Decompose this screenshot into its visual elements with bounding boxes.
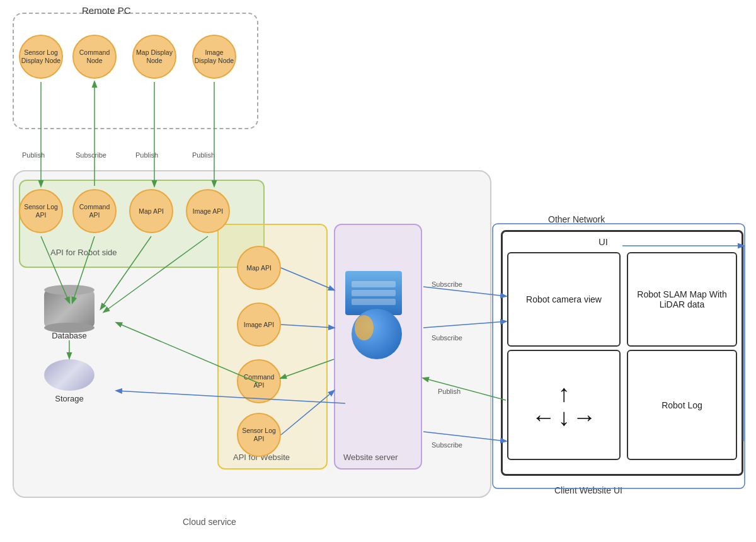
- controls-panel: ↑ ← ↓ →: [507, 350, 621, 460]
- subscribe-sensor-label: Subscribe: [432, 441, 462, 449]
- directional-arrows: ↑ ← ↓ →: [532, 381, 597, 429]
- image-display-node: Image Display Node: [192, 35, 236, 79]
- database-icon: Database: [35, 290, 104, 340]
- map-api-web-node: Map API: [237, 246, 281, 290]
- command-api-web-node: Command API: [237, 359, 281, 403]
- storage-label: Storage: [35, 394, 104, 403]
- log-panel: Robot Log: [627, 350, 737, 460]
- subscribe-label-1: Subscribe: [76, 151, 106, 159]
- publish-label-2: Publish: [135, 151, 158, 159]
- sensor-log-api-node: Sensor Log API: [19, 189, 63, 233]
- camera-panel: Robot camera view: [507, 252, 621, 347]
- publish-label-3: Publish: [192, 151, 215, 159]
- storage-icon: Storage: [35, 359, 104, 403]
- api-robot-label: API for Robot side: [50, 248, 117, 257]
- ui-label: UI: [598, 236, 608, 247]
- image-api-node: Image API: [186, 189, 230, 233]
- map-display-node: Map Display Node: [132, 35, 176, 79]
- diagram-container: Remote PC Cloud service API for Robot si…: [0, 0, 756, 542]
- remote-pc-label: Remote PC: [82, 5, 131, 16]
- map-api-node: Map API: [129, 189, 173, 233]
- slam-panel: Robot SLAM Map With LiDAR data: [627, 252, 737, 347]
- image-api-web-node: Image API: [237, 303, 281, 347]
- client-website-ui-label: Client Website UI: [554, 485, 622, 495]
- command-api-node: Command API: [72, 189, 117, 233]
- subscribe-image-label: Subscribe: [432, 334, 462, 342]
- command-node: Command Node: [72, 35, 117, 79]
- publish-label-1: Publish: [22, 151, 45, 159]
- website-server-label: Website server: [343, 453, 398, 462]
- globe-icon: [345, 309, 408, 372]
- publish-cmd-label: Publish: [438, 388, 461, 395]
- sensor-log-api-web-node: Sensor Log API: [237, 413, 281, 457]
- other-network-label: Other Network: [548, 214, 605, 224]
- cloud-label: Cloud service: [183, 517, 236, 527]
- subscribe-map-label: Subscribe: [432, 280, 462, 288]
- sensor-log-display-node: Sensor Log Display Node: [19, 35, 63, 79]
